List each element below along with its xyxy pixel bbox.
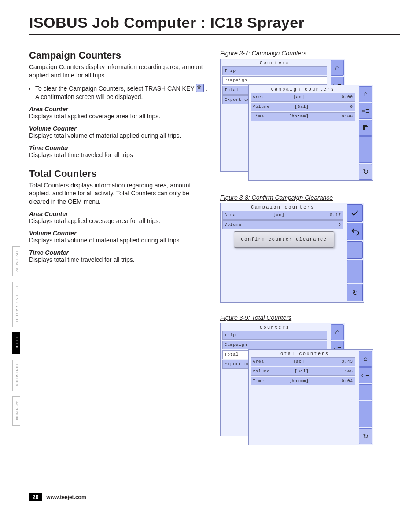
- fig38-panel: Campaign counters Area[ac]0.17 Volume3 C…: [220, 203, 364, 303]
- side-tab-overview[interactable]: OVERVIEW: [12, 246, 20, 276]
- total-heading: Total Counters: [29, 168, 209, 180]
- campaign-heading: Campaign Counters: [29, 50, 209, 61]
- list-item[interactable]: Campaign: [222, 76, 327, 85]
- page-number: 20: [29, 493, 42, 501]
- fig39-back-title: Counters: [221, 325, 329, 330]
- home-icon[interactable]: ⌂: [331, 324, 344, 340]
- fig38-title: Campaign counters: [221, 205, 345, 210]
- home-icon[interactable]: ⌂: [359, 351, 372, 367]
- total-intro: Total Counters displays information rega…: [29, 181, 209, 206]
- home-icon[interactable]: ⌂: [331, 60, 344, 76]
- total-time-p: Displays total time traveled for all tri…: [29, 256, 209, 263]
- side-tab-getting-started[interactable]: GETTING STARTED: [12, 282, 20, 327]
- trash-icon[interactable]: 🗑: [359, 120, 372, 136]
- empty-button: [347, 241, 363, 259]
- bullet-front: To clear the Campaign Counters, select T…: [35, 85, 196, 92]
- side-tab-appendix[interactable]: APPENDIX: [12, 396, 20, 426]
- table-row: Volume[Gal]0: [251, 103, 355, 111]
- fig37-front-title: Campaign counters: [249, 87, 357, 92]
- table-row: Volume[Gal]145: [251, 367, 355, 376]
- back-icon[interactable]: ⇦☰: [359, 367, 372, 383]
- table-row: Time[hh:mm]0:00: [251, 112, 355, 121]
- fig38: Campaign counters Area[ac]0.17 Volume3 C…: [220, 203, 363, 302]
- empty-button: [359, 136, 372, 163]
- list-item[interactable]: Campaign: [222, 341, 327, 349]
- back-icon[interactable]: ⇦☰: [359, 103, 372, 119]
- table-row: Time[hh:mm]0:04: [251, 377, 355, 385]
- total-time-h: Time Counter: [29, 249, 209, 256]
- left-column: Campaign Counters Campaign Counters disp…: [29, 50, 209, 459]
- total-vol-p: Displays total volume of material applie…: [29, 237, 209, 244]
- campaign-vol-h: Volume Counter: [29, 125, 209, 132]
- campaign-area-h: Area Counter: [29, 106, 209, 113]
- right-column: Figure 3-7: Campaign Counters Counters T…: [220, 50, 400, 459]
- refresh-icon[interactable]: ↻: [359, 164, 372, 180]
- page-title: ISOBUS Job Computer : IC18 Sprayer: [29, 14, 400, 31]
- list-item[interactable]: Trip: [222, 331, 327, 340]
- table-row: Volume3: [222, 220, 343, 229]
- empty-button: [359, 384, 372, 400]
- home-icon[interactable]: ⌂: [359, 86, 372, 102]
- empty-button: [359, 401, 372, 427]
- campaign-area-p: Displays total applied coverage area for…: [29, 113, 209, 120]
- campaign-vol-p: Displays total volume of material applie…: [29, 132, 209, 139]
- table-row: Area[ac]0.17: [222, 211, 343, 220]
- fig37-caption: Figure 3-7: Campaign Counters: [220, 50, 400, 57]
- title-rule: [29, 34, 400, 35]
- trash-icon: [196, 84, 204, 92]
- side-tab-setup[interactable]: SETUP: [12, 332, 20, 355]
- fig39-front-title: Total counters: [249, 352, 357, 356]
- campaign-time-h: Time Counter: [29, 144, 209, 151]
- empty-button: [347, 260, 363, 283]
- fig39: Counters Trip Campaign Total Export coun…: [220, 323, 379, 446]
- total-area-h: Area Counter: [29, 210, 209, 217]
- fig39-front-panel: Total counters Area[ac]3.43 Volume[Gal]1…: [248, 349, 373, 445]
- refresh-icon[interactable]: ↻: [347, 284, 363, 301]
- footer-url: www.teejet.com: [46, 494, 86, 500]
- table-row: Area[ac]0.00: [251, 93, 355, 102]
- check-icon[interactable]: [347, 204, 363, 222]
- confirm-dialog: Confirm counter clearance: [234, 231, 334, 248]
- fig37-back-title: Counters: [221, 61, 329, 66]
- side-tabs: OVERVIEW GETTING STARTED SETUP OPERATION…: [12, 246, 20, 431]
- list-item[interactable]: Trip: [222, 66, 327, 75]
- campaign-time-p: Displays total time traveled for all tri…: [29, 151, 209, 158]
- total-vol-h: Volume Counter: [29, 230, 209, 237]
- fig39-caption: Figure 3-9: Total Counters: [220, 314, 400, 321]
- side-tab-operation[interactable]: OPERATION: [12, 360, 20, 391]
- total-area-p: Displays total applied coverage area for…: [29, 217, 209, 224]
- fig38-caption: Figure 3-8: Confirm Campaign Clearance: [220, 194, 400, 201]
- campaign-intro: Campaign Counters display information re…: [29, 63, 209, 80]
- fig37: Counters Trip Campaign Total Export coun…: [220, 59, 379, 182]
- table-row: Area[ac]3.43: [251, 357, 355, 366]
- undo-icon[interactable]: [347, 223, 363, 240]
- fig37-front-panel: Campaign counters Area[ac]0.00 Volume[Ga…: [248, 85, 373, 181]
- campaign-bullet: To clear the Campaign Counters, select T…: [35, 84, 209, 101]
- refresh-icon[interactable]: ↻: [359, 428, 372, 444]
